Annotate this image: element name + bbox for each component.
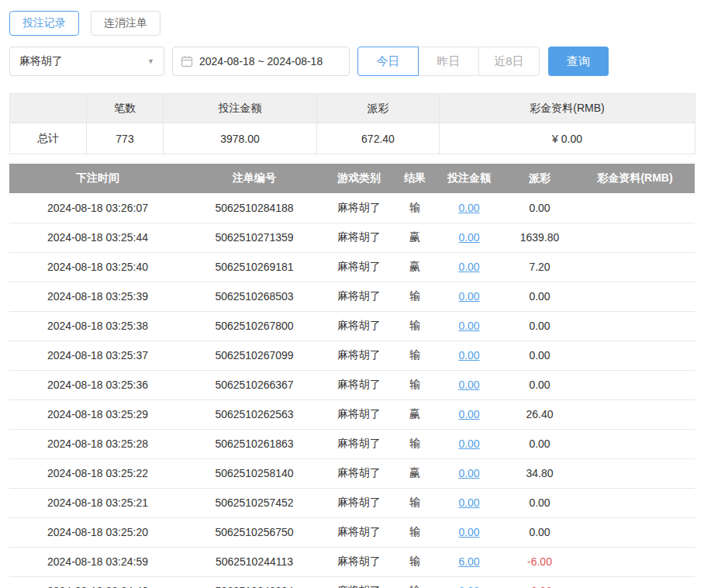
cell-bet-time: 2024-08-18 03:26:07 bbox=[9, 193, 186, 223]
date-range-input[interactable]: 2024-08-18 ~ 2024-08-18 bbox=[172, 47, 350, 76]
cell-result: 输 bbox=[395, 547, 434, 576]
cell-result: 输 bbox=[395, 576, 434, 588]
cell-bet-id: 5062510262563 bbox=[186, 399, 323, 429]
cell-payout: -6.00 bbox=[504, 576, 575, 588]
bet-amount-link[interactable]: 0.00 bbox=[458, 349, 479, 361]
cell-payout: 7.20 bbox=[504, 252, 575, 282]
cell-bet-time: 2024-08-18 03:25:22 bbox=[9, 458, 186, 488]
cell-bet-amount: 0.00 bbox=[434, 341, 504, 370]
table-row: 2024-08-18 03:25:28 5062510261863 麻将胡了 输… bbox=[9, 429, 695, 458]
cell-bet-id: 5062510267800 bbox=[186, 311, 323, 341]
cell-result: 赢 bbox=[395, 252, 434, 282]
cell-bet-time: 2024-08-18 03:25:20 bbox=[9, 517, 186, 547]
table-row: 2024-08-18 03:24:59 5062510244113 麻将胡了 输… bbox=[9, 547, 695, 576]
cell-bonus bbox=[575, 223, 695, 252]
cell-bet-amount: 0.00 bbox=[434, 429, 504, 458]
header-result: 结果 bbox=[395, 164, 434, 193]
quick-date-last8days-button[interactable]: 近8日 bbox=[478, 47, 540, 76]
bet-amount-link[interactable]: 0.00 bbox=[458, 320, 479, 332]
cell-game-type: 麻将胡了 bbox=[323, 576, 395, 588]
quick-date-yesterday-button[interactable]: 昨日 bbox=[418, 47, 479, 76]
cell-game-type: 麻将胡了 bbox=[323, 488, 395, 517]
cell-bet-id: 5062510258140 bbox=[186, 458, 323, 488]
summary-header-blank bbox=[10, 94, 87, 123]
cell-payout: 0.00 bbox=[504, 282, 575, 311]
summary-total-label: 总计 bbox=[10, 123, 87, 154]
cell-bonus bbox=[575, 517, 695, 547]
header-bet-id: 注单编号 bbox=[186, 164, 323, 193]
table-row: 2024-08-18 03:25:38 5062510267800 麻将胡了 输… bbox=[9, 311, 695, 341]
bet-table-body: 2024-08-18 03:26:07 5062510284188 麻将胡了 输… bbox=[9, 193, 695, 588]
calendar-icon bbox=[181, 55, 193, 67]
bet-amount-link[interactable]: 6.00 bbox=[458, 585, 479, 588]
bet-amount-link[interactable]: 0.00 bbox=[458, 231, 479, 244]
bet-table-header-row: 下注时间 注单编号 游戏类别 结果 投注金额 派彩 彩金资料(RMB) bbox=[9, 164, 695, 193]
cell-bonus bbox=[575, 547, 695, 576]
tab-cancelled-bets[interactable]: 连消注单 bbox=[91, 11, 160, 36]
bet-amount-link[interactable]: 0.00 bbox=[458, 202, 479, 214]
cell-bonus bbox=[575, 311, 695, 341]
search-button[interactable]: 查询 bbox=[548, 47, 609, 76]
cell-bet-amount: 0.00 bbox=[434, 517, 504, 547]
cell-bet-time: 2024-08-18 03:25:36 bbox=[9, 370, 186, 399]
bet-amount-link[interactable]: 0.00 bbox=[458, 290, 479, 303]
bet-amount-link[interactable]: 0.00 bbox=[458, 438, 479, 450]
cell-result: 输 bbox=[395, 341, 434, 370]
bet-amount-link[interactable]: 0.00 bbox=[458, 467, 479, 479]
cell-bet-amount: 0.00 bbox=[434, 223, 504, 252]
cell-bet-amount: 0.00 bbox=[434, 282, 504, 311]
cell-bonus bbox=[575, 488, 695, 517]
game-select[interactable]: 麻将胡了 ▼ bbox=[9, 47, 164, 76]
summary-table: 笔数 投注金额 派彩 彩金资料(RMB) 总计 773 3978.00 672.… bbox=[9, 93, 695, 154]
cell-bet-time: 2024-08-18 03:24:59 bbox=[9, 547, 186, 576]
cell-bonus bbox=[575, 399, 695, 429]
cell-payout: 0.00 bbox=[504, 341, 575, 370]
bet-amount-link[interactable]: 0.00 bbox=[458, 496, 479, 509]
game-select-value: 麻将胡了 bbox=[19, 54, 63, 68]
table-row: 2024-08-18 03:25:36 5062510266367 麻将胡了 输… bbox=[9, 370, 695, 399]
cell-game-type: 麻将胡了 bbox=[323, 458, 395, 488]
cell-game-type: 麻将胡了 bbox=[323, 282, 395, 311]
cell-game-type: 麻将胡了 bbox=[323, 517, 395, 547]
table-row: 2024-08-18 03:25:20 5062510256750 麻将胡了 输… bbox=[9, 517, 695, 547]
cell-bet-time: 2024-08-18 03:25:40 bbox=[9, 252, 186, 282]
cell-game-type: 麻将胡了 bbox=[323, 429, 395, 458]
cell-bet-id: 5062510268503 bbox=[186, 282, 323, 311]
cell-result: 输 bbox=[395, 488, 434, 517]
cell-bet-amount: 0.00 bbox=[434, 252, 504, 282]
bet-amount-link[interactable]: 0.00 bbox=[458, 261, 479, 273]
summary-header-bonus: 彩金资料(RMB) bbox=[440, 94, 695, 123]
tab-bet-records[interactable]: 投注记录 bbox=[9, 11, 79, 36]
cell-bet-id: 5062510244113 bbox=[186, 547, 323, 576]
cell-bet-amount: 6.00 bbox=[434, 547, 504, 576]
cell-bet-time: 2024-08-18 03:25:38 bbox=[9, 311, 186, 341]
cell-payout: 0.00 bbox=[504, 311, 575, 341]
bet-amount-link[interactable]: 6.00 bbox=[458, 555, 479, 568]
cell-bet-id: 5062510269181 bbox=[186, 252, 323, 282]
page: 投注记录 连消注单 麻将胡了 ▼ 2024-08-18 ~ 2024-08-18… bbox=[0, 0, 704, 588]
cell-bet-time: 2024-08-18 03:24:42 bbox=[9, 576, 186, 588]
cell-bet-id: 5062510267099 bbox=[186, 341, 323, 370]
summary-header-bet-amount: 投注金额 bbox=[164, 94, 317, 123]
summary-header-count: 笔数 bbox=[87, 94, 164, 123]
cell-game-type: 麻将胡了 bbox=[323, 193, 395, 223]
date-range-value: 2024-08-18 ~ 2024-08-18 bbox=[199, 55, 323, 67]
bet-amount-link[interactable]: 0.00 bbox=[458, 526, 479, 538]
table-row: 2024-08-18 03:25:40 5062510269181 麻将胡了 赢… bbox=[9, 252, 695, 282]
table-row: 2024-08-18 03:26:07 5062510284188 麻将胡了 输… bbox=[9, 193, 695, 223]
cell-payout: 0.00 bbox=[504, 488, 575, 517]
cell-payout: 1639.80 bbox=[504, 223, 575, 252]
summary-header-payout: 派彩 bbox=[317, 94, 440, 123]
quick-date-button-group: 今日 昨日 近8日 bbox=[357, 47, 540, 76]
header-bonus: 彩金资料(RMB) bbox=[575, 164, 695, 193]
cell-payout: -6.00 bbox=[504, 547, 575, 576]
bet-amount-link[interactable]: 0.00 bbox=[458, 408, 479, 420]
quick-date-today-button[interactable]: 今日 bbox=[357, 47, 419, 76]
cell-payout: 26.40 bbox=[504, 399, 575, 429]
cell-game-type: 麻将胡了 bbox=[323, 399, 395, 429]
cell-result: 输 bbox=[395, 370, 434, 399]
header-bet-amount: 投注金额 bbox=[434, 164, 504, 193]
cell-bonus bbox=[575, 193, 695, 223]
cell-game-type: 麻将胡了 bbox=[323, 341, 395, 370]
bet-amount-link[interactable]: 0.00 bbox=[458, 379, 479, 391]
